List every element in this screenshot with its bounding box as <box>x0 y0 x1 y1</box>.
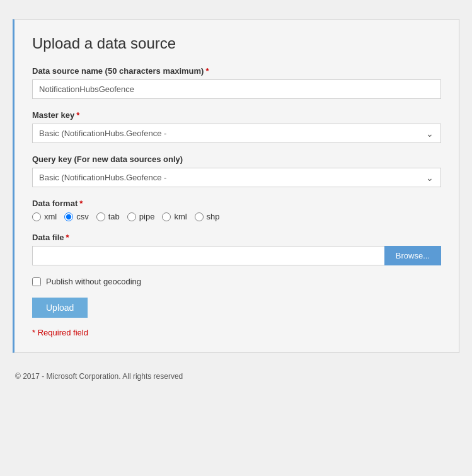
master-key-label: Master key* <box>32 110 441 120</box>
data-source-name-label: Data source name (50 characters maximum)… <box>32 66 441 76</box>
required-star-name: * <box>205 66 209 76</box>
required-field-note: * Required field <box>32 328 441 337</box>
master-key-select[interactable]: Basic (NotificationHubs.Geofence - <box>32 124 441 143</box>
data-file-label: Data file* <box>32 233 441 242</box>
data-file-group: Data file* Browse... <box>32 233 441 265</box>
radio-option-pipe[interactable]: pipe <box>127 212 155 221</box>
radio-option-xml[interactable]: xml <box>32 212 57 221</box>
query-key-label: Query key (For new data sources only) <box>32 154 441 164</box>
query-key-select[interactable]: Basic (NotificationHubs.Geofence - <box>32 168 441 187</box>
radio-tab[interactable] <box>96 212 105 221</box>
radio-option-kml[interactable]: kml <box>162 212 187 221</box>
data-format-radio-group: xml csv tab pipe kml shp <box>32 212 441 221</box>
master-key-group: Master key* Basic (NotificationHubs.Geof… <box>32 110 441 143</box>
radio-pipe[interactable] <box>127 212 136 221</box>
browse-button[interactable]: Browse... <box>384 246 441 265</box>
upload-form-container: Upload a data source Data source name (5… <box>13 19 459 353</box>
page-title: Upload a data source <box>32 35 441 52</box>
publish-geocoding-label[interactable]: Publish without geocoding <box>46 277 141 286</box>
data-format-group: Data format* xml csv tab pipe kml <box>32 199 441 221</box>
required-star-file: * <box>66 233 69 242</box>
data-file-text-input[interactable] <box>32 246 384 265</box>
radio-option-tab[interactable]: tab <box>96 212 120 221</box>
publish-geocoding-wrapper: Publish without geocoding <box>32 277 441 286</box>
radio-option-shp[interactable]: shp <box>195 212 220 221</box>
file-input-wrapper: Browse... <box>32 246 441 265</box>
required-star-format: * <box>79 199 83 208</box>
query-key-select-wrapper: Basic (NotificationHubs.Geofence - ⌄ <box>32 168 441 187</box>
publish-geocoding-checkbox[interactable] <box>32 277 41 286</box>
radio-option-csv[interactable]: csv <box>64 212 89 221</box>
upload-button[interactable]: Upload <box>32 298 88 318</box>
radio-shp[interactable] <box>195 212 204 221</box>
radio-csv[interactable] <box>64 212 73 221</box>
query-key-group: Query key (For new data sources only) Ba… <box>32 154 441 187</box>
footer: © 2017 - Microsoft Corporation. All righ… <box>13 372 459 381</box>
data-source-name-input[interactable] <box>32 79 441 99</box>
radio-xml[interactable] <box>32 212 41 221</box>
data-format-label: Data format* <box>32 199 441 208</box>
required-star-master: * <box>76 110 79 120</box>
data-source-name-group: Data source name (50 characters maximum)… <box>32 66 441 99</box>
master-key-select-wrapper: Basic (NotificationHubs.Geofence - ⌄ <box>32 124 441 143</box>
radio-kml[interactable] <box>162 212 171 221</box>
